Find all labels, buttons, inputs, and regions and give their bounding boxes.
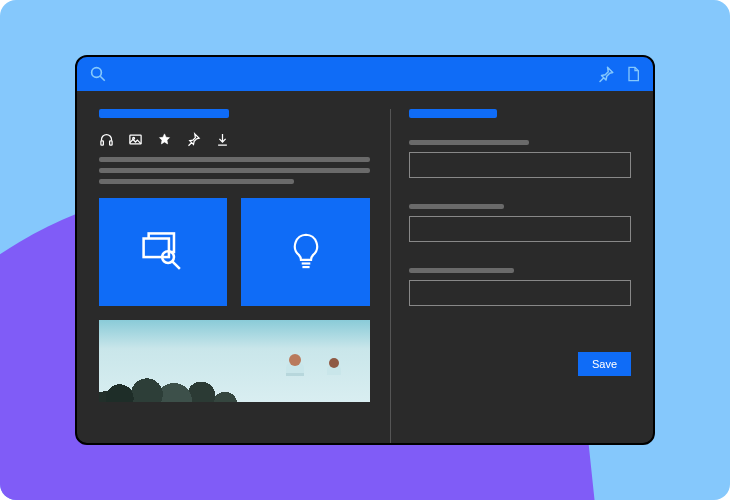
app-window: Save — [75, 55, 655, 445]
lightbulb-icon — [283, 229, 329, 275]
field-label — [409, 204, 504, 209]
document-icon[interactable] — [625, 65, 641, 83]
save-button[interactable]: Save — [578, 352, 631, 376]
svg-rect-2 — [101, 141, 104, 145]
description-line — [99, 157, 370, 162]
photo-rocks — [99, 357, 259, 402]
right-heading — [409, 109, 497, 118]
form-row — [409, 140, 631, 196]
search-icon[interactable] — [89, 65, 107, 83]
image-search-icon — [136, 225, 190, 279]
download-icon[interactable] — [215, 132, 230, 147]
description-line — [99, 168, 370, 173]
right-panel: Save — [391, 109, 653, 443]
svg-point-0 — [92, 68, 102, 78]
tile-row — [99, 198, 370, 306]
description-line — [99, 179, 294, 184]
pin-toolbar-icon[interactable] — [186, 132, 201, 147]
svg-rect-3 — [110, 141, 113, 145]
text-input-3[interactable] — [409, 280, 631, 306]
left-panel — [77, 109, 391, 443]
photo-person — [289, 354, 301, 366]
pin-icon[interactable] — [597, 65, 615, 83]
text-input-2[interactable] — [409, 216, 631, 242]
window-body: Save — [77, 91, 653, 443]
tile-lightbulb[interactable] — [241, 198, 369, 306]
headphones-icon[interactable] — [99, 132, 114, 147]
left-heading — [99, 109, 229, 118]
save-row: Save — [409, 352, 631, 376]
titlebar — [77, 57, 653, 91]
text-input-1[interactable] — [409, 152, 631, 178]
tile-image-search[interactable] — [99, 198, 227, 306]
field-label — [409, 140, 529, 145]
field-label — [409, 268, 514, 273]
svg-rect-7 — [144, 239, 169, 258]
photo-card[interactable] — [99, 320, 370, 402]
app-background: Save — [0, 0, 730, 500]
star-icon[interactable] — [157, 132, 172, 147]
svg-line-1 — [100, 76, 105, 81]
photo-person — [329, 358, 339, 368]
svg-line-9 — [173, 261, 181, 269]
left-toolbar — [99, 132, 370, 147]
form-row — [409, 268, 631, 324]
form-row — [409, 204, 631, 260]
image-icon[interactable] — [128, 132, 143, 147]
